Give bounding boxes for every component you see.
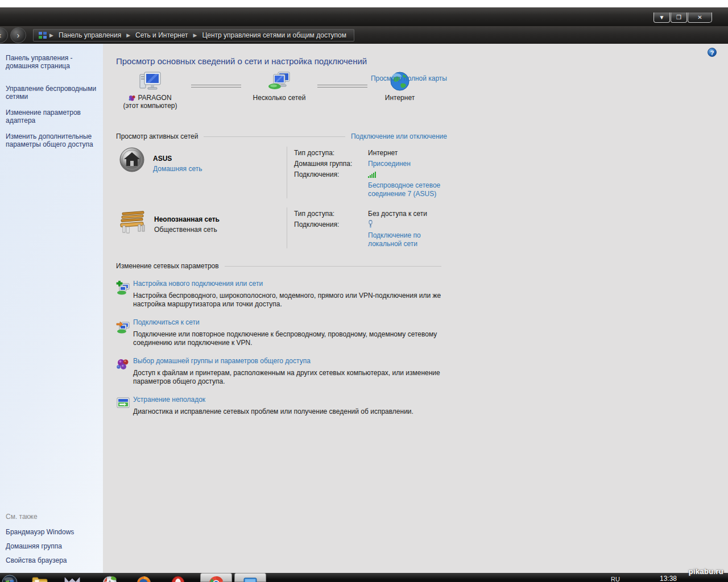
setting-item-troubleshoot: Устранение неполадок Диагностика и испра… [116, 396, 447, 416]
breadcrumb-network-sharing-center[interactable]: Центр управления сетями и общим доступом [198, 31, 350, 39]
setup-new-connection-link[interactable]: Настройка нового подключения или сети [133, 280, 263, 288]
home-network-icon[interactable] [119, 147, 145, 173]
multiple-networks-icon [267, 71, 292, 92]
sidebar-item-internet-options[interactable]: Свойства браузера [6, 556, 97, 564]
network-row-unidentified: Неопознанная сеть Общественная сеть Тип … [116, 207, 447, 248]
map-node-sublabel: (этот компьютер) [116, 102, 184, 110]
help-icon[interactable]: ? [708, 48, 717, 57]
map-node-computer[interactable]: PARAGON (этот компьютер) [116, 71, 184, 110]
connect-to-network-icon [116, 319, 133, 347]
opera-icon[interactable] [169, 574, 187, 582]
minimize-button[interactable]: ▼ [653, 13, 670, 23]
taskbar-clock[interactable]: 13:38 [660, 575, 677, 582]
breadcrumb: ▶ Панель управления ▶ Сеть и Интернет ▶ … [33, 29, 354, 41]
network-kind-link[interactable]: Домашняя сеть [153, 165, 202, 173]
divider-line [225, 266, 441, 267]
network-kind-label: Общественная сеть [154, 226, 220, 234]
detail-label: Подключения: [294, 219, 368, 248]
connect-disconnect-link[interactable]: Подключение или отключение [351, 132, 447, 140]
start-orb-icon[interactable] [1, 574, 18, 582]
setting-item-connect: Подключиться к сети Подключение или повт… [116, 318, 447, 347]
detail-value: Интернет [368, 148, 398, 159]
public-network-bench-icon[interactable] [119, 210, 146, 234]
setting-description: Диагностика и исправление сетевых пробле… [133, 408, 449, 416]
restore-button[interactable]: ❐ [671, 13, 687, 23]
explorer-folder-icon[interactable] [31, 574, 48, 582]
sidebar-item-adapter-settings[interactable]: Изменение параметров адаптера [6, 109, 97, 124]
section-title: Изменение сетевых параметров [116, 262, 219, 270]
back-button[interactable]: ‹ [0, 27, 8, 43]
compass-browser-icon[interactable] [101, 574, 118, 582]
sidebar-item-control-panel-home[interactable]: Панель управления - домашняя страница [6, 54, 97, 70]
map-node-multiple-networks[interactable]: Несколько сетей [248, 71, 311, 102]
troubleshoot-icon [116, 397, 133, 416]
setting-description: Настройка беспроводного, широкополосного… [133, 292, 449, 309]
detail-label: Тип доступа: [294, 148, 368, 159]
map-node-label: PARAGON [116, 94, 184, 102]
detail-label: Подключения: [294, 169, 368, 198]
active-networks-header: Просмотр активных сетей Подключение или … [116, 132, 447, 140]
network-name: Неопознанная сеть [154, 215, 220, 223]
troubleshoot-link[interactable]: Устранение неполадок [133, 396, 205, 404]
setting-description: Доступ к файлам и принтерам, расположенн… [133, 369, 449, 386]
m-app-icon[interactable] [64, 574, 81, 582]
breadcrumb-arrow-icon[interactable]: ▶ [125, 32, 131, 38]
page-background-strip [0, 0, 728, 7]
connect-to-network-link[interactable]: Подключиться к сети [133, 318, 200, 326]
breadcrumb-arrow-icon[interactable]: ▶ [192, 32, 198, 38]
network-name: ASUS [153, 155, 202, 163]
chrome-icon[interactable] [208, 574, 225, 582]
detail-label: Тип доступа: [294, 209, 368, 219]
windows-app-icon[interactable] [242, 574, 259, 582]
language-indicator[interactable]: RU [611, 576, 620, 582]
map-node-label: Несколько сетей [248, 94, 311, 102]
ethernet-plug-icon [368, 220, 373, 228]
setting-item-new-connection: Настройка нового подключения или сети На… [116, 280, 447, 309]
sidebar-item-manage-wireless[interactable]: Управление беспроводными сетями [6, 85, 97, 101]
taskbar: RU 13:38 [0, 573, 728, 582]
sidebar-item-advanced-sharing[interactable]: Изменить дополнительные параметры общего… [6, 132, 97, 148]
map-node-label: Интернет [374, 94, 425, 102]
control-panel-icon [38, 31, 47, 39]
setting-item-homegroup: Выбор домашней группы и параметров общег… [116, 357, 447, 386]
window-body: Панель управления - домашняя страница Уп… [0, 44, 728, 573]
wifi-signal-icon [368, 171, 377, 178]
breadcrumb-arrow-icon[interactable]: ▶ [48, 32, 55, 38]
map-connector-line [317, 85, 367, 88]
forward-button[interactable]: › [10, 27, 26, 43]
see-also-header: См. также [6, 513, 97, 521]
map-connector-line [191, 85, 241, 88]
view-full-map-link[interactable]: Просмотр полной карты [371, 74, 447, 82]
homegroup-spheres-icon [116, 358, 133, 386]
detail-value: Без доступа к сети [368, 209, 427, 219]
firefox-icon[interactable] [135, 574, 152, 582]
page-title: Просмотр основных сведений о сети и наст… [116, 56, 447, 66]
title-bar: ▼ ❐ ✕ [0, 7, 728, 26]
sidebar-item-windows-firewall[interactable]: Брандмауэр Windows [6, 528, 97, 536]
close-button[interactable]: ✕ [688, 13, 712, 23]
breadcrumb-control-panel[interactable]: Панель управления [55, 31, 125, 39]
wireless-connection-link[interactable]: Беспроводное сетевое соединение 7 (ASUS) [368, 180, 447, 198]
network-details: Тип доступа: Без доступа к сети Подключе… [287, 207, 447, 248]
breadcrumb-network-internet[interactable]: Сеть и Интернет [131, 31, 192, 39]
section-title: Просмотр активных сетей [116, 132, 198, 140]
network-row-asus: ASUS Домашняя сеть Тип доступа: Интернет… [116, 147, 447, 198]
computer-icon [138, 71, 163, 92]
network-details: Тип доступа: Интернет Домашняя группа: П… [287, 147, 447, 198]
network-settings-header: Изменение сетевых параметров [116, 262, 447, 270]
homegroup-sharing-options-link[interactable]: Выбор домашней группы и параметров общег… [133, 357, 311, 365]
homegroup-mini-icon [129, 95, 136, 101]
network-map: PARAGON (этот компьютер) [116, 71, 447, 126]
sidebar-item-homegroup[interactable]: Домашняя группа [6, 542, 97, 550]
window-controls: ▼ ❐ ✕ [653, 13, 712, 23]
watermark: pikabu.ru [689, 567, 723, 576]
sidebar: Панель управления - домашняя страница Уп… [0, 44, 103, 573]
main-content: ? Просмотр основных сведений о сети и на… [103, 44, 728, 573]
lan-connection-link[interactable]: Подключение по локальной сети [368, 230, 447, 248]
address-bar: ‹ › ▶ Панель управления ▶ Сеть и Интерне… [0, 26, 728, 44]
homegroup-joined-link[interactable]: Присоединен [368, 159, 411, 169]
divider-line [204, 136, 345, 137]
setting-description: Подключение или повторное подключение к … [133, 330, 449, 347]
new-connection-icon [116, 281, 133, 309]
see-also-section: См. также Брандмауэр Windows Домашняя гр… [6, 513, 97, 571]
